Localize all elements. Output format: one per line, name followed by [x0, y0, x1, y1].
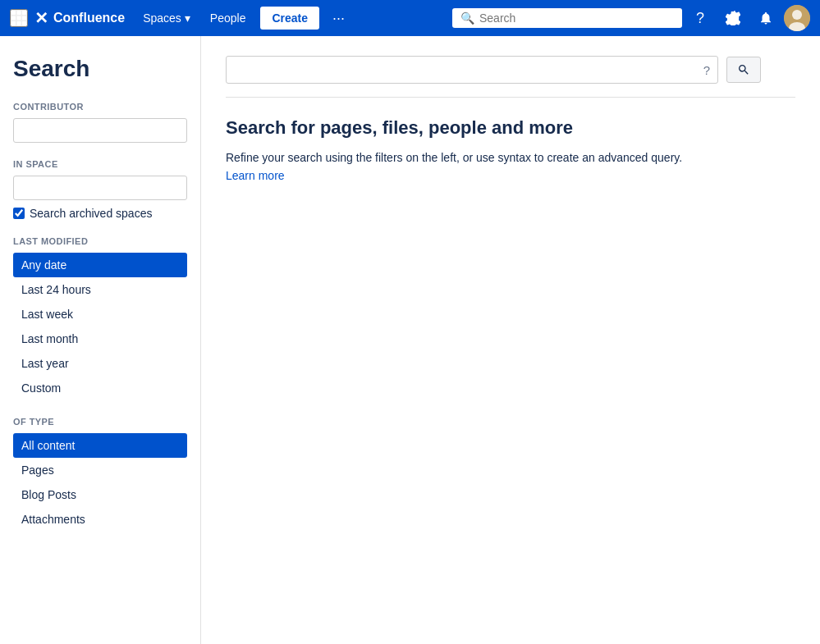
- chevron-down-icon: ▾: [185, 11, 190, 25]
- more-options-button[interactable]: ···: [326, 7, 351, 30]
- apps-icon[interactable]: [10, 9, 28, 27]
- date-option-any-date[interactable]: Any date: [13, 253, 187, 277]
- date-option-last-month[interactable]: Last month: [13, 327, 187, 351]
- svg-rect-2: [22, 11, 26, 15]
- sidebar: Search CONTRIBUTOR IN SPACE Search archi…: [0, 36, 201, 644]
- people-nav-link[interactable]: People: [202, 7, 254, 30]
- date-option-last-year[interactable]: Last year: [13, 351, 187, 376]
- last-modified-filter: LAST MODIFIED Any dateLast 24 hoursLast …: [13, 236, 187, 400]
- date-option-last-24-hours[interactable]: Last 24 hours: [13, 277, 187, 302]
- notifications-button[interactable]: [751, 3, 781, 33]
- svg-rect-4: [17, 16, 21, 21]
- last-modified-label: LAST MODIFIED: [13, 236, 187, 246]
- svg-rect-3: [11, 16, 16, 21]
- main-container: Search CONTRIBUTOR IN SPACE Search archi…: [0, 36, 820, 644]
- svg-point-10: [792, 10, 802, 20]
- svg-rect-5: [22, 16, 26, 21]
- svg-rect-7: [17, 21, 21, 25]
- logo-x-icon: ✕: [34, 8, 48, 28]
- settings-button[interactable]: [718, 3, 748, 33]
- contributor-input[interactable]: [13, 118, 187, 143]
- svg-rect-6: [11, 21, 16, 25]
- search-bar-row: ?: [226, 56, 795, 84]
- spaces-menu[interactable]: Spaces ▾: [135, 7, 199, 30]
- global-search-input[interactable]: [479, 11, 674, 25]
- date-option-custom[interactable]: Custom: [13, 376, 187, 400]
- navbar: ✕ Confluence Spaces ▾ People Create ··· …: [0, 0, 820, 36]
- svg-rect-0: [11, 11, 16, 15]
- create-button[interactable]: Create: [260, 7, 319, 30]
- empty-state-title: Search for pages, files, people and more: [226, 117, 795, 139]
- global-search-box[interactable]: 🔍: [452, 8, 682, 28]
- search-help-icon[interactable]: ?: [703, 63, 710, 77]
- svg-rect-1: [17, 11, 21, 15]
- of-type-label: OF TYPE: [13, 417, 187, 427]
- type-option-pages[interactable]: Pages: [13, 458, 187, 482]
- page-title: Search: [13, 56, 187, 82]
- type-options-list: All contentPagesBlog PostsAttachments: [13, 433, 187, 532]
- empty-state-description: Refine your search using the filters on …: [226, 148, 795, 185]
- type-option-all-content[interactable]: All content: [13, 433, 187, 458]
- main-content: ? Search for pages, files, people and mo…: [201, 36, 820, 644]
- in-space-label: IN SPACE: [13, 159, 187, 169]
- type-option-attachments[interactable]: Attachments: [13, 507, 187, 532]
- search-archived-checkbox[interactable]: [13, 208, 25, 219]
- in-space-input[interactable]: [13, 176, 187, 200]
- search-archived-label[interactable]: Search archived spaces: [13, 207, 187, 220]
- type-option-blog-posts[interactable]: Blog Posts: [13, 482, 187, 507]
- date-option-last-week[interactable]: Last week: [13, 302, 187, 327]
- search-icon: 🔍: [460, 11, 474, 25]
- learn-more-link[interactable]: Learn more: [226, 169, 285, 182]
- avatar[interactable]: [784, 5, 810, 31]
- contributor-label: CONTRIBUTOR: [13, 102, 187, 112]
- help-icon: ?: [696, 10, 704, 27]
- search-input-wrapper: ?: [226, 56, 718, 84]
- svg-rect-8: [22, 21, 26, 25]
- content-divider: [226, 97, 795, 98]
- search-go-button[interactable]: [726, 57, 761, 83]
- date-options-list: Any dateLast 24 hoursLast weekLast month…: [13, 253, 187, 400]
- main-search-input[interactable]: [226, 56, 718, 84]
- help-button[interactable]: ?: [685, 3, 715, 33]
- of-type-filter: OF TYPE All contentPagesBlog PostsAttach…: [13, 417, 187, 532]
- empty-state: Search for pages, files, people and more…: [226, 117, 795, 185]
- confluence-logo[interactable]: ✕ Confluence: [34, 8, 125, 28]
- in-space-filter: IN SPACE Search archived spaces: [13, 159, 187, 220]
- contributor-filter: CONTRIBUTOR: [13, 102, 187, 143]
